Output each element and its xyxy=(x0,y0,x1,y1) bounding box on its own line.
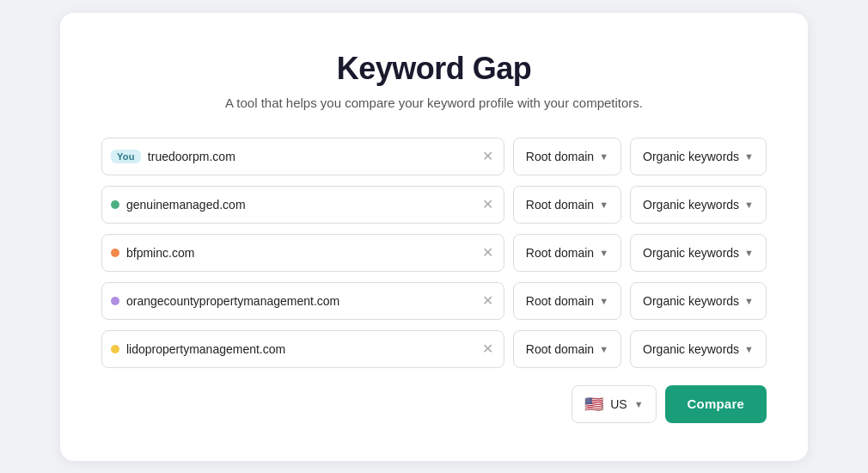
domain-type-label: Root domain xyxy=(526,150,594,163)
page-title: Keyword Gap xyxy=(101,51,767,87)
domain-input[interactable] xyxy=(126,294,474,308)
clear-domain-button[interactable]: ✕ xyxy=(480,198,495,212)
domain-input-wrap: ✕ xyxy=(101,186,504,224)
country-selector[interactable]: 🇺🇸 US ▼ xyxy=(572,385,656,423)
domain-color-dot xyxy=(111,200,119,209)
keyword-type-label: Organic keywords xyxy=(643,198,739,212)
domain-type-label: Root domain xyxy=(526,294,594,308)
you-badge: You xyxy=(111,150,141,163)
keyword-type-chevron-icon: ▼ xyxy=(744,151,754,162)
domain-type-dropdown[interactable]: Root domain▼ xyxy=(513,186,621,224)
page-subtitle: A tool that helps you compare your keywo… xyxy=(101,95,767,110)
clear-domain-button[interactable]: ✕ xyxy=(480,294,495,308)
keyword-type-chevron-icon: ▼ xyxy=(744,296,754,306)
bottom-actions: 🇺🇸 US ▼ Compare xyxy=(101,385,767,423)
domain-rows: You✕Root domain▼Organic keywords▼✕Root d… xyxy=(101,138,767,368)
domain-type-chevron-icon: ▼ xyxy=(599,344,608,354)
domain-input-wrap: ✕ xyxy=(101,282,504,320)
clear-domain-button[interactable]: ✕ xyxy=(480,342,495,356)
compare-button[interactable]: Compare xyxy=(665,385,767,423)
domain-input-wrap: You✕ xyxy=(101,138,504,175)
domain-row: ✕Root domain▼Organic keywords▼ xyxy=(101,282,767,320)
domain-type-label: Root domain xyxy=(526,198,594,212)
keyword-type-label: Organic keywords xyxy=(643,294,739,308)
domain-input[interactable] xyxy=(126,198,474,212)
country-chevron-icon: ▼ xyxy=(634,399,644,409)
domain-type-label: Root domain xyxy=(526,246,594,260)
domain-type-label: Root domain xyxy=(526,342,594,356)
keyword-type-dropdown[interactable]: Organic keywords▼ xyxy=(630,282,767,320)
domain-color-dot xyxy=(111,249,119,257)
domain-row: ✕Root domain▼Organic keywords▼ xyxy=(101,234,767,272)
domain-type-dropdown[interactable]: Root domain▼ xyxy=(513,330,621,368)
domain-row: ✕Root domain▼Organic keywords▼ xyxy=(101,330,767,368)
keyword-type-label: Organic keywords xyxy=(643,246,739,260)
keyword-type-dropdown[interactable]: Organic keywords▼ xyxy=(630,138,767,175)
domain-type-chevron-icon: ▼ xyxy=(599,296,608,306)
keyword-type-label: Organic keywords xyxy=(643,150,739,163)
domain-type-dropdown[interactable]: Root domain▼ xyxy=(513,138,621,175)
keyword-type-chevron-icon: ▼ xyxy=(744,248,754,258)
domain-row: ✕Root domain▼Organic keywords▼ xyxy=(101,186,767,224)
keyword-type-label: Organic keywords xyxy=(643,342,739,356)
keyword-gap-card: Keyword Gap A tool that helps you compar… xyxy=(60,13,808,461)
domain-type-dropdown[interactable]: Root domain▼ xyxy=(513,234,621,272)
domain-row: You✕Root domain▼Organic keywords▼ xyxy=(101,138,767,175)
domain-color-dot xyxy=(111,345,119,353)
domain-input-wrap: ✕ xyxy=(101,234,504,272)
domain-input[interactable] xyxy=(126,342,474,356)
domain-input-wrap: ✕ xyxy=(101,330,504,368)
clear-domain-button[interactable]: ✕ xyxy=(480,246,495,260)
keyword-type-dropdown[interactable]: Organic keywords▼ xyxy=(630,330,767,368)
clear-domain-button[interactable]: ✕ xyxy=(480,150,495,163)
keyword-type-chevron-icon: ▼ xyxy=(744,344,754,354)
country-code: US xyxy=(610,397,627,411)
keyword-type-dropdown[interactable]: Organic keywords▼ xyxy=(630,186,767,224)
domain-type-chevron-icon: ▼ xyxy=(599,248,608,258)
country-flag: 🇺🇸 xyxy=(584,395,603,414)
keyword-type-chevron-icon: ▼ xyxy=(744,200,754,210)
domain-color-dot xyxy=(111,297,119,305)
domain-type-chevron-icon: ▼ xyxy=(599,151,608,162)
domain-input[interactable] xyxy=(126,246,474,260)
domain-type-dropdown[interactable]: Root domain▼ xyxy=(513,282,621,320)
keyword-type-dropdown[interactable]: Organic keywords▼ xyxy=(630,234,767,272)
domain-input[interactable] xyxy=(148,150,474,163)
domain-type-chevron-icon: ▼ xyxy=(599,200,608,210)
